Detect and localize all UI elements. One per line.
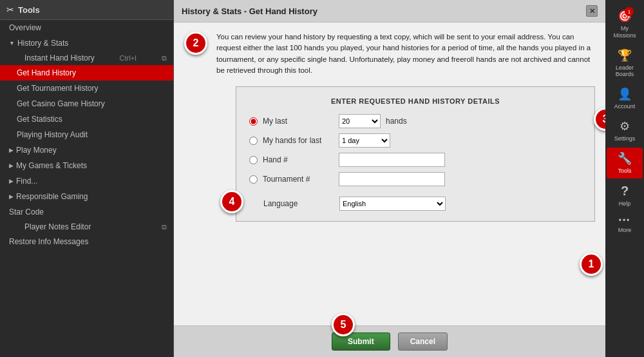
- my-hands-for-last-radio[interactable]: [249, 137, 258, 145]
- missions-label: MyMissions: [613, 25, 636, 39]
- help-label: Help: [619, 200, 631, 207]
- hand-number-row: Hand #: [249, 153, 582, 167]
- copy-icon: ⧉: [162, 54, 167, 63]
- tools-label: Tools: [618, 168, 631, 175]
- main-header: History & Stats - Get Hand History ✕: [174, 0, 605, 23]
- sidebar-item-instant-hand-history[interactable]: Instant Hand History Ctrl+I ⧉: [0, 51, 173, 65]
- right-icon-leaderboards[interactable]: 🏆 LeaderBoards: [607, 44, 643, 82]
- sidebar-section-my-games[interactable]: ▶ My Games & Tickets: [0, 158, 173, 173]
- right-icon-tools[interactable]: 🔧 Tools: [607, 148, 643, 179]
- main-content: History & Stats - Get Hand History ✕ 2 Y…: [174, 0, 605, 357]
- my-hands-for-last-label: My hands for last: [263, 136, 334, 145]
- hand-history-form: ENTER REQUESTED HAND HISTORY DETAILS 3 M…: [236, 86, 595, 222]
- tournament-number-radio[interactable]: [249, 175, 258, 184]
- language-select[interactable]: English French German Spanish Italian: [339, 197, 446, 211]
- expand-arrow: ▼: [9, 40, 15, 46]
- main-body: 2 You can review your hand history by re…: [174, 23, 605, 325]
- step-3-circle: 3: [594, 108, 605, 131]
- left-sidebar: ✂ Tools Overview ▼ History & Stats Insta…: [0, 0, 174, 357]
- hand-number-label: Hand #: [263, 155, 334, 164]
- step-4-circle: 4: [220, 190, 243, 213]
- tools-icon: ✂: [6, 5, 14, 15]
- account-icon: 👤: [618, 87, 632, 101]
- leaderboards-icon: 🏆: [618, 48, 632, 63]
- hand-number-radio[interactable]: [249, 156, 258, 164]
- expand-arrow-my-games: ▶: [9, 162, 14, 169]
- sidebar-section-play-money[interactable]: ▶ Play Money: [0, 142, 173, 158]
- right-icon-account[interactable]: 👤 Account: [607, 83, 643, 114]
- my-last-select[interactable]: 20 10 50 100: [339, 114, 381, 128]
- sidebar-item-get-hand-history[interactable]: Get Hand History ▶: [0, 65, 173, 81]
- sidebar-header: ✂ Tools: [0, 0, 173, 20]
- missions-badge: 1: [625, 7, 634, 16]
- language-row: Language English French German Spanish I…: [249, 193, 582, 211]
- sidebar-item-get-casino-game-history[interactable]: Get Casino Game History: [0, 96, 173, 111]
- sidebar-item-star-code[interactable]: Star Code: [0, 204, 173, 220]
- shortcut-label: Ctrl+I: [120, 54, 137, 62]
- my-hands-for-last-select[interactable]: 1 day 1 week 1 month: [339, 133, 390, 148]
- right-icon-missions[interactable]: 🎯 1 MyMissions: [607, 5, 643, 43]
- tournament-number-label: Tournament #: [263, 175, 334, 184]
- step-2-circle: 2: [184, 32, 207, 55]
- sidebar-item-playing-history-audit[interactable]: Playing History Audit: [0, 127, 173, 142]
- missions-icon-wrapper: 🎯 1: [618, 9, 632, 23]
- hands-label: hands: [386, 117, 407, 126]
- step-1-circle: 1: [580, 253, 603, 276]
- right-sidebar: 🎯 1 MyMissions 🏆 LeaderBoards 👤 Account …: [605, 0, 644, 357]
- right-icon-help[interactable]: ? Help: [607, 180, 643, 211]
- sidebar-item-get-tournament-history[interactable]: Get Tournament History: [0, 81, 173, 96]
- my-last-radio[interactable]: [249, 117, 258, 126]
- sidebar-item-overview[interactable]: Overview: [0, 20, 173, 35]
- cancel-button[interactable]: Cancel: [398, 333, 448, 351]
- tools-icon-right: 🔧: [618, 151, 632, 166]
- more-label: More: [618, 227, 632, 234]
- form-title: ENTER REQUESTED HAND HISTORY DETAILS: [249, 97, 582, 105]
- sidebar-item-restore-info[interactable]: Restore Info Messages: [0, 234, 173, 249]
- active-arrow: ▶: [169, 66, 174, 80]
- right-icon-settings[interactable]: ⚙ Settings: [607, 115, 643, 146]
- expand-arrow-responsible: ▶: [9, 193, 14, 200]
- page-title: History & Stats - Get Hand History: [182, 6, 317, 16]
- sidebar-section-find[interactable]: ▶ Find...: [0, 173, 173, 189]
- step-5-circle: 5: [332, 313, 355, 336]
- my-last-row: My last 20 10 50 100 hands: [249, 114, 582, 128]
- my-hands-for-last-row: My hands for last 1 day 1 week 1 month: [249, 133, 582, 148]
- leaderboards-label: LeaderBoards: [616, 64, 634, 79]
- description-text: You can review your hand history by requ…: [216, 32, 595, 76]
- tournament-number-row: Tournament #: [249, 172, 582, 186]
- tournament-number-input[interactable]: [339, 172, 445, 186]
- right-icon-more[interactable]: ••• More: [607, 212, 643, 238]
- sidebar-item-get-statistics[interactable]: Get Statistics: [0, 111, 173, 127]
- help-icon: ?: [621, 184, 629, 198]
- sidebar-section-responsible-gaming[interactable]: ▶ Responsible Gaming: [0, 189, 173, 204]
- expand-arrow-find: ▶: [9, 178, 14, 184]
- sidebar-section-history-stats[interactable]: ▼ History & Stats: [0, 35, 173, 51]
- settings-label: Settings: [614, 135, 636, 142]
- sidebar-item-player-notes-editor[interactable]: Player Notes Editor ⧉: [0, 220, 173, 234]
- settings-icon: ⚙: [620, 119, 630, 133]
- account-label: Account: [614, 103, 636, 110]
- expand-arrow-play-money: ▶: [9, 147, 14, 153]
- my-last-label: My last: [263, 117, 334, 126]
- hand-number-input[interactable]: [339, 153, 445, 167]
- language-label: Language: [263, 199, 334, 208]
- close-button[interactable]: ✕: [586, 5, 598, 17]
- more-icon: •••: [619, 216, 631, 225]
- main-footer: 5 Submit Cancel: [174, 325, 605, 357]
- sidebar-title: Tools: [18, 5, 40, 15]
- copy-icon-notes: ⧉: [162, 223, 167, 231]
